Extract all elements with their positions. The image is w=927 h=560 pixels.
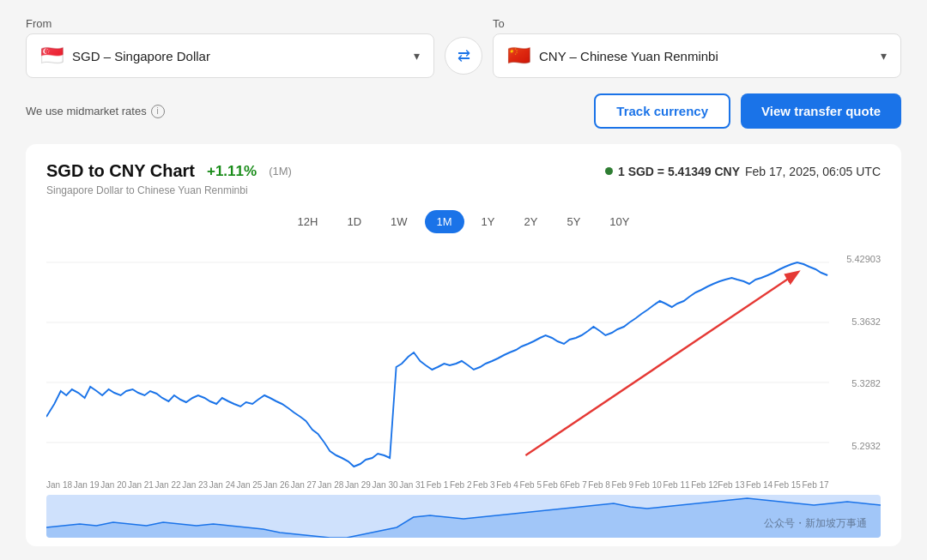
x-label: Feb 9 bbox=[612, 480, 634, 490]
midmarket-row: We use midmarket rates i Track currency … bbox=[26, 93, 901, 129]
chart-title-group: SGD to CNY Chart +1.11% (1M) bbox=[46, 161, 292, 181]
x-label: Feb 14 bbox=[746, 480, 772, 490]
to-currency-name: CNY – Chinese Yuan Renminbi bbox=[539, 49, 718, 63]
x-label: Feb 1 bbox=[427, 480, 449, 490]
x-label: Jan 18 bbox=[46, 480, 72, 490]
rate-date: Feb 17, 2025, 06:05 UTC bbox=[745, 165, 881, 178]
to-label: To bbox=[493, 17, 901, 30]
mini-chart[interactable]: 公众号・新加坡万事通 bbox=[46, 495, 881, 538]
chart-section: SGD to CNY Chart +1.11% (1M) 1 SGD = 5.4… bbox=[26, 144, 901, 546]
from-flag: 🇸🇬 bbox=[40, 46, 64, 65]
x-label: Feb 10 bbox=[635, 480, 662, 490]
y-label-3: 5.3282 bbox=[834, 378, 881, 388]
x-label: Jan 28 bbox=[318, 480, 343, 490]
from-currency-group: From 🇸🇬 SGD – Singapore Dollar ▾ bbox=[26, 17, 434, 78]
watermark-text: 公众号・新加坡万事通 bbox=[764, 516, 867, 531]
from-chevron-icon: ▾ bbox=[414, 49, 420, 63]
x-label: Jan 25 bbox=[236, 480, 262, 490]
to-currency-select[interactable]: 🇨🇳 CNY – Chinese Yuan Renminbi ▾ bbox=[493, 33, 901, 78]
view-transfer-button[interactable]: View transfer quote bbox=[741, 93, 901, 129]
x-label: Jan 29 bbox=[345, 480, 371, 490]
x-label: Feb 17 bbox=[803, 480, 829, 490]
chart-period: (1M) bbox=[269, 165, 292, 178]
chart-header: SGD to CNY Chart +1.11% (1M) 1 SGD = 5.4… bbox=[46, 161, 881, 181]
track-currency-button[interactable]: Track currency bbox=[594, 93, 730, 129]
from-currency-name: SGD – Singapore Dollar bbox=[72, 49, 210, 63]
to-chevron-icon: ▾ bbox=[881, 49, 887, 63]
x-label: Feb 4 bbox=[496, 480, 518, 490]
x-label: Jan 30 bbox=[373, 480, 398, 490]
info-icon[interactable]: i bbox=[151, 105, 165, 118]
svg-line-4 bbox=[525, 273, 797, 455]
midmarket-text: We use midmarket rates i bbox=[26, 105, 165, 118]
period-btn-12h[interactable]: 12H bbox=[286, 210, 330, 233]
rate-value: 1 SGD = 5.41349 CNY bbox=[618, 165, 740, 178]
period-btn-10y[interactable]: 10Y bbox=[597, 210, 641, 233]
x-label: Jan 22 bbox=[155, 480, 181, 490]
y-label-2: 5.3632 bbox=[834, 316, 881, 327]
period-btn-1y[interactable]: 1Y bbox=[470, 210, 507, 233]
to-currency-group: To 🇨🇳 CNY – Chinese Yuan Renminbi ▾ bbox=[493, 17, 901, 78]
period-btn-1d[interactable]: 1D bbox=[335, 210, 373, 233]
x-label: Jan 23 bbox=[182, 480, 208, 490]
period-btn-1m[interactable]: 1M bbox=[425, 210, 464, 233]
from-currency-select[interactable]: 🇸🇬 SGD – Singapore Dollar ▾ bbox=[26, 33, 434, 78]
x-label: Jan 20 bbox=[100, 480, 126, 490]
main-chart bbox=[46, 245, 829, 477]
period-btn-1w[interactable]: 1W bbox=[379, 210, 420, 233]
chart-rate: 1 SGD = 5.41349 CNY Feb 17, 2025, 06:05 … bbox=[605, 165, 881, 178]
watermark: 公众号・新加坡万事通 bbox=[764, 516, 867, 531]
y-label-top: 5.42903 bbox=[834, 254, 881, 264]
from-label: From bbox=[26, 17, 434, 30]
x-axis-labels: Jan 18 Jan 19 Jan 20 Jan 21 Jan 22 Jan 2… bbox=[46, 480, 829, 490]
x-label: Jan 21 bbox=[128, 480, 154, 490]
y-label-bottom: 5.2932 bbox=[834, 441, 881, 451]
x-label: Jan 19 bbox=[74, 480, 100, 490]
chart-svg bbox=[46, 245, 829, 477]
rate-indicator-dot bbox=[605, 167, 613, 175]
x-label: Feb 2 bbox=[450, 480, 472, 490]
x-label: Feb 5 bbox=[519, 480, 542, 490]
x-label: Jan 27 bbox=[291, 480, 317, 490]
x-label: Jan 24 bbox=[209, 480, 235, 490]
chart-subtitle: Singapore Dollar to Chinese Yuan Renminb… bbox=[46, 184, 881, 196]
period-btn-5y[interactable]: 5Y bbox=[554, 210, 592, 233]
action-buttons: Track currency View transfer quote bbox=[594, 93, 901, 129]
chart-change: +1.11% bbox=[207, 163, 257, 180]
x-label: Jan 31 bbox=[399, 480, 425, 490]
svg-rect-6 bbox=[46, 495, 881, 538]
x-label: Feb 12Feb 13 bbox=[691, 480, 744, 490]
mini-chart-svg bbox=[46, 495, 881, 538]
chart-title: SGD to CNY Chart bbox=[46, 161, 195, 181]
period-btn-2y[interactable]: 2Y bbox=[512, 210, 550, 233]
x-label: Jan 26 bbox=[264, 480, 289, 490]
swap-button[interactable]: ⇄ bbox=[445, 37, 482, 75]
to-flag: 🇨🇳 bbox=[507, 46, 530, 65]
x-label: Feb 6Feb 7 bbox=[543, 480, 587, 490]
x-label: Feb 15 bbox=[774, 480, 801, 490]
x-label: Feb 11 bbox=[663, 480, 689, 490]
x-label: Feb 8 bbox=[588, 480, 610, 490]
x-label: Feb 3 bbox=[473, 480, 495, 490]
period-buttons: 12H 1D 1W 1M 1Y 2Y 5Y 10Y bbox=[46, 210, 881, 233]
